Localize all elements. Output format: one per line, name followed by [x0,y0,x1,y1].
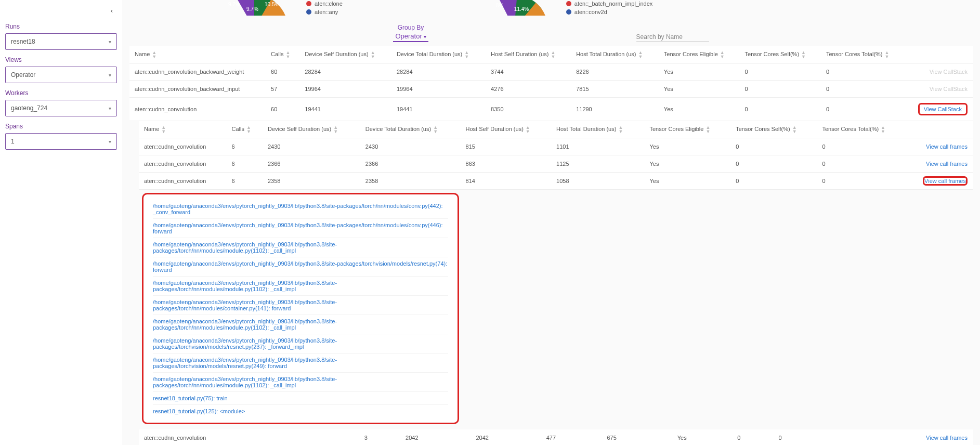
cell: 815 [461,138,552,155]
column-header[interactable]: Tensor Cores Self(%)▲▼ [730,121,817,138]
cell: aten::cudnn_convolution_backward_weight [129,63,266,81]
cell: 2430 [360,138,461,155]
stack-frame[interactable]: resnet18_tutorial.py(125): <module> [153,405,448,417]
column-header[interactable]: Name▲▼ [139,121,227,138]
pie-chart-1: 9.2% 9.7% 10.5% [213,0,296,16]
cell: 477 [541,429,602,445]
nested-table: Name▲▼Calls▲▼Device Self Duration (us)▲▼… [139,121,973,190]
search-input[interactable]: Search by Name [636,32,709,42]
cell: 28284 [391,63,486,81]
cell: 1058 [551,173,644,190]
cell: 0 [774,429,815,445]
legend-text: aten::_batch_norm_impl_index [574,1,652,7]
views-select[interactable]: Operator ▾ [5,67,117,83]
view-callstack-button[interactable]: View call frames [926,435,968,441]
column-header[interactable]: Tensor Cores Eligible▲▼ [645,121,731,138]
column-header[interactable]: Name▲▼ [129,46,266,63]
chevron-down-icon: ▾ [109,106,111,111]
group-by-control[interactable]: Group By Operator [393,24,428,42]
cell: 60 [266,63,299,81]
cell: 2042 [400,429,471,445]
cell: aten::cudnn_convolution [129,98,266,121]
table-row: aten::cudnn_convolution_backward_weight6… [129,63,973,81]
view-callstack-button[interactable]: View call frames [923,176,968,186]
stack-frame[interactable]: /home/gaoteng/anaconda3/envs/pytorch_nig… [153,315,448,334]
cell: Yes [645,138,731,155]
column-header[interactable] [905,46,973,63]
cell: aten::cudnn_convolution [139,138,227,155]
cell: 1101 [551,138,644,155]
stack-frame[interactable]: /home/gaoteng/anaconda3/envs/pytorch_nig… [153,373,448,392]
view-callstack-button[interactable]: View call frames [926,161,968,167]
column-header[interactable]: Device Total Duration (us)▲▼ [391,46,486,63]
view-callstack-button[interactable]: View CallStack [918,103,968,115]
legend-text: aten::any [315,9,338,15]
cell: Yes [672,429,732,445]
cell: 2358 [263,173,360,190]
cell: 6 [227,155,263,173]
cell: aten::cudnn_convolution [139,173,227,190]
cell: 0 [821,98,905,121]
stack-frame[interactable]: /home/gaoteng/anaconda3/envs/pytorch_nig… [153,354,448,373]
collapse-sidebar-button[interactable]: ‹ [5,5,117,17]
cell: aten::cudnn_convolution [139,155,227,173]
spans-select[interactable]: 1 ▾ [5,133,117,150]
column-header[interactable] [906,121,973,138]
stack-frame[interactable]: /home/gaoteng/anaconda3/envs/pytorch_nig… [153,334,448,354]
group-by-label: Group By [393,24,428,31]
legend-text: aten::conv2d [574,9,607,15]
stack-frame[interactable]: resnet18_tutorial.py(75): train [153,392,448,405]
group-by-value[interactable]: Operator [393,31,428,42]
legend-1: aten::cloneaten::any [306,1,343,15]
cell: Yes [659,81,740,98]
column-header[interactable]: Device Self Duration (us)▲▼ [299,46,391,63]
stack-frame[interactable]: /home/gaoteng/anaconda3/envs/pytorch_nig… [153,296,448,315]
cell: 11290 [571,98,659,121]
column-header[interactable]: Host Total Duration (us)▲▼ [551,121,644,138]
stack-frame[interactable]: /home/gaoteng/anaconda3/envs/pytorch_nig… [153,219,448,238]
cell: 57 [266,81,299,98]
column-header[interactable]: Tensor Cores Self(%)▲▼ [740,46,821,63]
stack-frame[interactable]: /home/gaoteng/anaconda3/envs/pytorch_nig… [153,277,448,296]
cell: 0 [740,81,821,98]
column-header[interactable]: Tensor Cores Total(%)▲▼ [821,46,905,63]
column-header[interactable]: Tensor Cores Eligible▲▼ [659,46,740,63]
cell: 7815 [571,81,659,98]
view-callstack-button[interactable]: View call frames [926,143,968,150]
cell: 0 [732,429,773,445]
cell: 0 [817,138,906,155]
view-callstack-button: View CallStack [930,86,968,92]
legend-item: aten::clone [306,1,343,7]
view-callstack-button: View CallStack [930,69,968,75]
cell: 3 [359,429,400,445]
runs-select[interactable]: resnet18 ▾ [5,33,117,50]
legend-dot-icon [306,1,311,6]
column-header[interactable]: Host Self Duration (us)▲▼ [486,46,571,63]
legend-dot-icon [566,1,571,6]
stack-frame[interactable]: /home/gaoteng/anaconda3/envs/pytorch_nig… [153,257,448,277]
cell: 6 [227,173,263,190]
legend-dot-icon [306,9,311,15]
column-header[interactable]: Calls▲▼ [266,46,299,63]
operator-table: Name▲▼Calls▲▼Device Self Duration (us)▲▼… [129,46,973,121]
legend-item: aten::conv2d [566,9,652,15]
cell: Yes [659,63,740,81]
table-row: aten::cudnn_convolution6235823588141058Y… [139,173,973,190]
column-header[interactable]: Host Self Duration (us)▲▼ [461,121,552,138]
cell: 2366 [360,155,461,173]
stack-frame[interactable]: /home/gaoteng/anaconda3/envs/pytorch_nig… [153,238,448,257]
workers-select[interactable]: gaoteng_724 ▾ [5,100,117,116]
cell: 19964 [299,81,391,98]
cell: 0 [730,173,817,190]
legend-item: aten::any [306,9,343,15]
column-header[interactable]: Calls▲▼ [227,121,263,138]
stack-frame[interactable]: /home/gaoteng/anaconda3/envs/pytorch_nig… [153,200,448,219]
column-header[interactable]: Tensor Cores Total(%)▲▼ [817,121,906,138]
cell: 3744 [486,63,571,81]
cell: Yes [645,155,731,173]
column-header[interactable]: Host Total Duration (us)▲▼ [571,46,659,63]
views-value: Operator [11,71,35,78]
column-header[interactable]: Device Total Duration (us)▲▼ [360,121,461,138]
cell: 675 [602,429,672,445]
column-header[interactable]: Device Self Duration (us)▲▼ [263,121,360,138]
